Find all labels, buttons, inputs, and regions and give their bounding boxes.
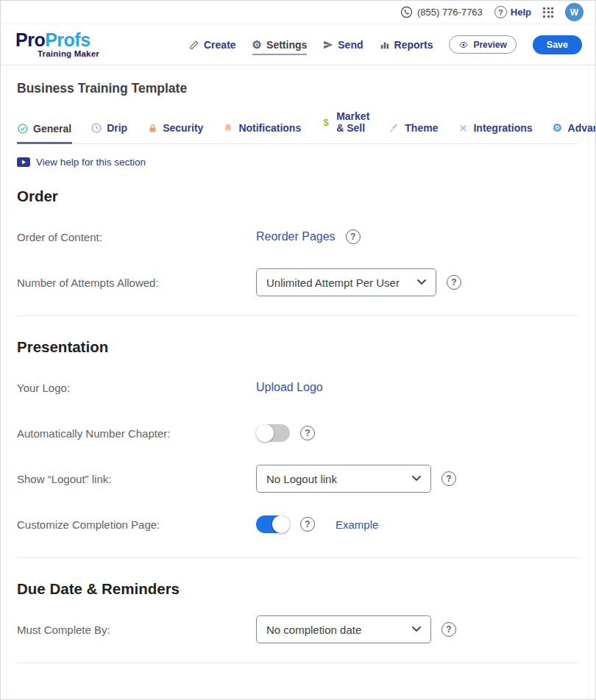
- settings-panel: Business Training Template General Drip …: [7, 65, 589, 700]
- nav-create[interactable]: Create: [189, 35, 236, 55]
- phone-number-text: (855) 776-7763: [417, 7, 483, 18]
- header-nav: Create ⚙ Settings Send Reports Preview S…: [189, 35, 582, 55]
- eye-icon: [458, 40, 469, 49]
- nav-create-label: Create: [204, 39, 236, 51]
- help-circle-icon[interactable]: ?: [441, 471, 456, 486]
- tab-drip[interactable]: Drip: [91, 121, 128, 143]
- preview-button[interactable]: Preview: [449, 35, 516, 54]
- tab-notifications-label: Notifications: [238, 122, 301, 134]
- logout-dropdown-value: No Logout link: [266, 473, 337, 485]
- dollar-icon: $: [321, 117, 331, 127]
- video-play-icon: [17, 157, 30, 167]
- nav-send[interactable]: Send: [323, 35, 363, 55]
- reorder-pages-link[interactable]: Reorder Pages: [256, 230, 336, 243]
- help-circle-icon[interactable]: ?: [300, 517, 315, 532]
- page-title: Business Training Template: [17, 65, 579, 96]
- save-button[interactable]: Save: [533, 35, 582, 54]
- bell-icon: [223, 123, 233, 133]
- gear-icon: ⚙: [252, 39, 262, 50]
- proprofs-logo[interactable]: ProProfs Training Maker: [15, 31, 99, 59]
- tab-general[interactable]: General: [17, 121, 72, 144]
- apps-grid-icon[interactable]: [543, 7, 553, 18]
- tab-advanced[interactable]: ⚙ Advanced: [552, 121, 596, 143]
- tab-integrations[interactable]: ✕ Integrations: [457, 121, 533, 143]
- toggle-knob: [272, 515, 290, 533]
- attempts-allowed-label: Number of Attempts Allowed:: [17, 276, 256, 289]
- tab-security[interactable]: Security: [146, 121, 204, 143]
- crossed-tools-icon: ✕: [458, 123, 468, 133]
- tab-market-sell-label: Market & Sell: [336, 110, 369, 134]
- tab-security-label: Security: [163, 122, 203, 134]
- help-circle-icon[interactable]: ?: [441, 622, 456, 637]
- row-logout-link: Show “Logout” link: No Logout link ?: [17, 456, 579, 501]
- row-must-complete-by: Must Complete By: No completion date ?: [17, 607, 579, 652]
- section-divider: [17, 315, 579, 316]
- logo-subtitle: Training Maker: [38, 50, 99, 59]
- nav-reports[interactable]: Reports: [380, 35, 433, 55]
- app-header: ProProfs Training Maker Create ⚙ Setting…: [1, 24, 595, 65]
- check-circle-icon: [18, 124, 28, 134]
- tab-notifications[interactable]: Notifications: [222, 121, 302, 143]
- help-circle-icon[interactable]: ?: [300, 426, 315, 440]
- your-logo-label: Your Logo:: [17, 382, 256, 394]
- row-completion-page: Customize Completion Page: ? Example: [17, 501, 579, 547]
- help-circle-icon[interactable]: ?: [447, 275, 461, 290]
- tab-theme[interactable]: Theme: [389, 121, 439, 143]
- completion-page-toggle[interactable]: [256, 515, 290, 533]
- pencil-icon: [189, 40, 199, 50]
- phone-icon: [400, 6, 413, 18]
- order-of-content-label: Order of Content:: [17, 231, 256, 243]
- logo-wordmark: ProProfs: [15, 31, 99, 49]
- settings-tabs: General Drip Security Notifications $ Ma…: [17, 109, 579, 144]
- must-complete-by-label: Must Complete By:: [17, 624, 256, 636]
- section-title-presentation: Presentation: [17, 338, 579, 356]
- top-bar: (855) 776-7763 ? Help W: [1, 1, 595, 24]
- logout-link-dropdown[interactable]: No Logout link: [256, 465, 431, 493]
- row-order-of-content: Order of Content: Reorder Pages ?: [17, 214, 579, 260]
- bar-chart-icon: [380, 40, 390, 50]
- example-link[interactable]: Example: [336, 518, 378, 531]
- help-circle-icon[interactable]: ?: [346, 229, 361, 244]
- nav-settings[interactable]: ⚙ Settings: [252, 35, 308, 55]
- row-auto-number-chapter: Automatically Number Chapter: ?: [17, 410, 579, 456]
- auto-number-toggle[interactable]: [256, 424, 290, 442]
- tab-theme-label: Theme: [405, 122, 438, 134]
- auto-number-chapter-label: Automatically Number Chapter:: [17, 427, 256, 440]
- section-divider: [17, 557, 579, 558]
- paintbrush-icon: [389, 123, 400, 133]
- chevron-down-icon: [412, 626, 421, 632]
- tab-market-sell[interactable]: $ Market & Sell: [320, 109, 370, 143]
- row-your-logo: Your Logo: Upload Logo: [17, 365, 579, 410]
- question-circle-icon: ?: [494, 6, 507, 18]
- attempts-dropdown-value: Unlimited Attempt Per User: [266, 276, 400, 289]
- logout-link-label: Show “Logout” link:: [17, 473, 256, 485]
- nav-settings-label: Settings: [266, 39, 307, 51]
- clock-icon: [91, 123, 102, 133]
- help-label: Help: [511, 7, 531, 18]
- tab-drip-label: Drip: [107, 122, 127, 134]
- gears-icon: ⚙: [553, 123, 563, 133]
- help-link[interactable]: ? Help: [494, 6, 531, 18]
- nav-send-label: Send: [338, 39, 363, 51]
- user-avatar[interactable]: W: [565, 3, 583, 21]
- must-complete-dropdown-value: No completion date: [266, 624, 361, 636]
- must-complete-dropdown[interactable]: No completion date: [256, 615, 431, 643]
- upload-logo-link[interactable]: Upload Logo: [256, 381, 323, 394]
- tab-integrations-label: Integrations: [473, 122, 532, 134]
- tab-general-label: General: [33, 123, 71, 135]
- section-divider: [17, 662, 579, 663]
- attempts-dropdown[interactable]: Unlimited Attempt Per User: [256, 268, 436, 296]
- section-help-link[interactable]: View help for this section: [17, 157, 579, 168]
- section-title-due-date: Due Date & Reminders: [17, 580, 579, 598]
- section-help-label: View help for this section: [36, 157, 146, 168]
- completion-page-label: Customize Completion Page:: [17, 518, 256, 531]
- nav-reports-label: Reports: [394, 39, 433, 51]
- preview-label: Preview: [473, 40, 506, 50]
- phone-number: (855) 776-7763: [400, 6, 483, 18]
- section-title-order: Order: [17, 188, 579, 205]
- tab-advanced-label: Advanced: [568, 122, 596, 134]
- paper-plane-icon: [323, 40, 333, 50]
- row-attempts-allowed: Number of Attempts Allowed: Unlimited At…: [17, 260, 579, 305]
- chevron-down-icon: [412, 476, 421, 482]
- lock-icon: [147, 123, 157, 133]
